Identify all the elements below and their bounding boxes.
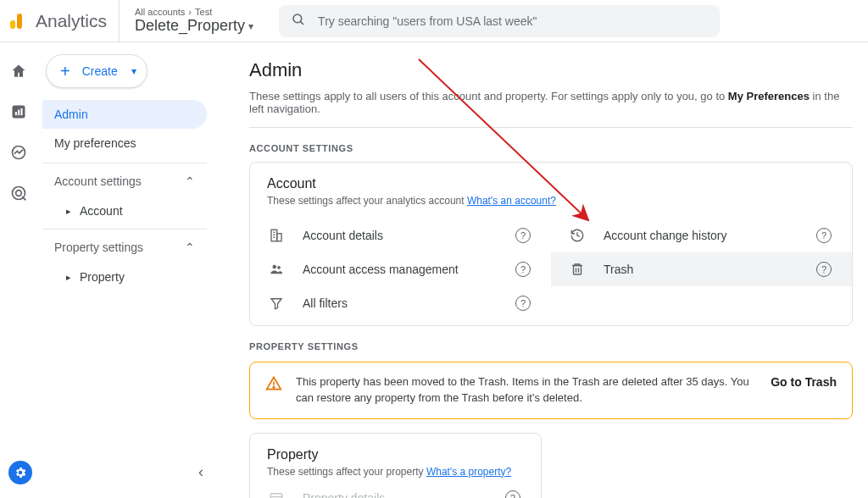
- whats-a-property-link[interactable]: What's a property?: [426, 466, 511, 478]
- trash-icon: [568, 262, 587, 277]
- page-title: Admin: [249, 59, 853, 81]
- sidebar-sub-property[interactable]: ▸ Property: [42, 264, 207, 290]
- warning-text: This property has been moved to the Tras…: [296, 374, 757, 407]
- reports-icon[interactable]: [8, 102, 29, 122]
- app-header: Analytics All accounts › Test Delete_Pro…: [0, 0, 868, 42]
- search-placeholder: Try searching "users from USA last week": [318, 14, 537, 28]
- go-to-trash-button[interactable]: Go to Trash: [771, 374, 837, 389]
- warning-icon: [265, 375, 282, 395]
- help-icon[interactable]: ?: [505, 490, 520, 498]
- whats-an-account-link[interactable]: What's an account?: [467, 195, 556, 207]
- account-switcher[interactable]: All accounts › Test Delete_Property ▾: [130, 7, 253, 35]
- help-icon[interactable]: ?: [515, 296, 531, 311]
- trash-option[interactable]: Trash ?: [551, 252, 852, 286]
- main-content: Admin These settings apply to all users …: [215, 42, 868, 498]
- search-input[interactable]: Try searching "users from USA last week": [279, 5, 720, 37]
- analytics-logo: [10, 14, 22, 29]
- breadcrumb-property-name: Delete_Property: [135, 17, 245, 35]
- svg-point-23: [273, 386, 275, 388]
- trash-warning-card: This property has been moved to the Tras…: [249, 362, 853, 419]
- sidebar-item-admin[interactable]: Admin: [42, 100, 207, 129]
- caret-right-icon: ▸: [66, 206, 71, 217]
- sidebar-group-property-settings[interactable]: Property settings ⌃: [42, 229, 207, 264]
- admin-sidebar: + Create ▾ Admin My preferences Account …: [37, 42, 215, 498]
- property-card-subtitle: These settings affect your property What…: [267, 466, 524, 478]
- search-icon: [291, 12, 306, 30]
- svg-rect-3: [15, 112, 17, 115]
- property-details-option: Property details ?: [250, 481, 541, 498]
- caret-down-icon: ▾: [131, 65, 136, 77]
- account-card-subtitle: These settings affect your analytics acc…: [267, 195, 835, 207]
- create-label: Create: [82, 64, 118, 78]
- account-access-option[interactable]: Account access management ?: [250, 252, 551, 286]
- sidebar-sub-account[interactable]: ▸ Account: [42, 198, 207, 224]
- property-section-label: PROPERTY SETTINGS: [249, 341, 853, 351]
- property-card-title: Property: [267, 447, 524, 462]
- filter-icon: [267, 296, 286, 311]
- account-section-label: ACCOUNT SETTINGS: [249, 143, 853, 153]
- explore-icon[interactable]: [8, 142, 29, 163]
- history-icon: [568, 228, 587, 243]
- create-button[interactable]: + Create ▾: [46, 54, 147, 88]
- svg-rect-4: [18, 110, 19, 116]
- chevron-right-icon: ›: [188, 7, 192, 17]
- account-card-title: Account: [267, 176, 835, 191]
- svg-marker-20: [271, 299, 281, 309]
- admin-gear-icon[interactable]: [8, 461, 32, 484]
- product-name: Analytics: [36, 0, 120, 42]
- svg-rect-5: [21, 108, 23, 115]
- card-icon: [267, 490, 286, 498]
- sidebar-item-my-preferences[interactable]: My preferences: [42, 129, 207, 158]
- home-icon[interactable]: [8, 61, 29, 81]
- svg-rect-10: [271, 230, 277, 241]
- chevron-up-icon: ⌃: [185, 241, 195, 254]
- svg-point-0: [293, 14, 302, 23]
- help-icon[interactable]: ?: [816, 228, 832, 243]
- page-subtitle: These settings apply to all users of thi…: [249, 90, 853, 128]
- account-change-history-option[interactable]: Account change history ?: [551, 219, 852, 252]
- caret-right-icon: ▸: [66, 272, 71, 283]
- people-icon: [267, 262, 286, 277]
- help-icon[interactable]: ?: [515, 228, 531, 243]
- caret-down-icon: ▾: [248, 20, 253, 32]
- building-icon: [267, 228, 286, 243]
- svg-point-16: [277, 266, 281, 269]
- svg-rect-17: [574, 266, 581, 275]
- account-details-option[interactable]: Account details ?: [250, 219, 551, 252]
- account-card: Account These settings affect your analy…: [249, 162, 853, 326]
- svg-line-1: [301, 21, 304, 25]
- advertising-icon[interactable]: [8, 183, 29, 203]
- svg-point-15: [273, 265, 277, 269]
- svg-point-8: [16, 191, 22, 196]
- breadcrumb-account-name: Test: [195, 7, 212, 17]
- collapse-sidebar-icon[interactable]: ‹: [198, 463, 203, 481]
- chevron-up-icon: ⌃: [185, 174, 195, 188]
- breadcrumb-accounts: All accounts: [135, 7, 185, 17]
- help-icon[interactable]: ?: [515, 262, 531, 277]
- all-filters-option[interactable]: All filters ?: [250, 286, 551, 320]
- svg-rect-24: [270, 493, 282, 498]
- sidebar-group-account-settings[interactable]: Account settings ⌃: [42, 163, 207, 198]
- plus-icon: +: [60, 63, 70, 80]
- svg-rect-11: [277, 234, 281, 241]
- help-icon[interactable]: ?: [816, 262, 832, 277]
- property-card: Property These settings affect your prop…: [249, 433, 542, 498]
- left-rail: [0, 42, 37, 498]
